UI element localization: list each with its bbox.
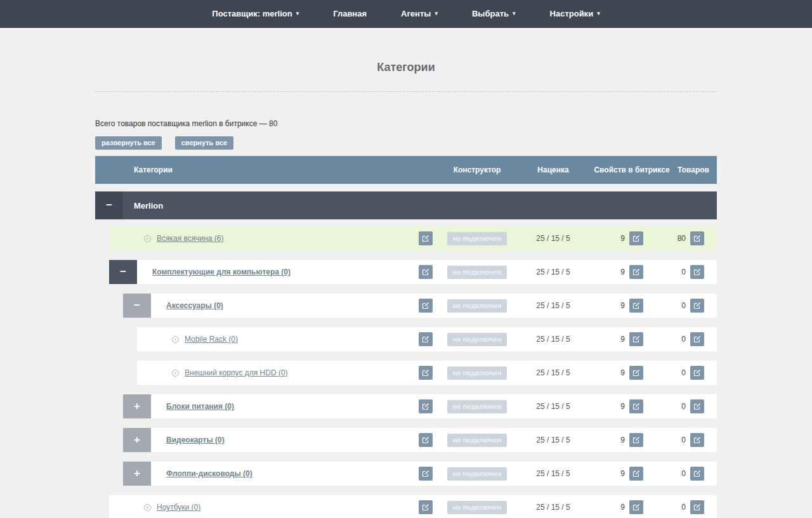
products-count: 0 <box>681 368 686 377</box>
props-cell: 9 <box>599 462 643 486</box>
edit-props-button[interactable] <box>629 500 643 514</box>
products-count: 0 <box>681 335 686 344</box>
edit-props-button[interactable] <box>629 399 643 413</box>
edit-category-button[interactable] <box>419 231 433 245</box>
markup-cell: 25 / 15 / 5 <box>521 260 585 284</box>
edit-products-button[interactable] <box>690 433 704 447</box>
category-link[interactable]: Видеокарты (0) <box>166 436 225 444</box>
constructor-status-badge: не подключен <box>447 299 508 313</box>
category-rows: Всякая всячина (6) не подключен 25 / 15 … <box>95 226 717 518</box>
edit-category-button[interactable] <box>419 265 433 279</box>
edit-props-button[interactable] <box>629 299 643 313</box>
category-link[interactable]: Mobile Rack (0) <box>185 335 238 344</box>
products-cell: 0 <box>653 495 704 518</box>
category-link[interactable]: Аксессуары (0) <box>166 301 223 310</box>
category-edit-cell <box>417 394 434 418</box>
dashed-divider <box>95 91 717 92</box>
edit-category-button[interactable] <box>419 433 433 447</box>
products-count: 0 <box>681 301 686 310</box>
constructor-cell: не подключен <box>439 327 515 351</box>
nav-item-label: Агенты <box>401 9 431 18</box>
edit-category-button[interactable] <box>419 299 433 313</box>
category-link[interactable]: Всякая всячина (6) <box>157 234 224 243</box>
constructor-status-badge: не подключен <box>447 501 508 514</box>
category-edit-cell <box>417 428 434 452</box>
products-cell: 0 <box>653 462 704 486</box>
edit-products-button[interactable] <box>690 332 704 346</box>
edit-props-button[interactable] <box>629 433 643 447</box>
edit-products-button[interactable] <box>690 467 704 481</box>
nav-item-label: Выбрать <box>472 9 509 18</box>
edit-category-button[interactable] <box>419 332 433 346</box>
category-edit-cell <box>417 260 434 284</box>
category-link[interactable]: Ноутбуки (0) <box>157 503 200 512</box>
edit-icon <box>632 403 640 410</box>
chevron-down-icon: ▾ <box>513 11 516 16</box>
expand-all-button[interactable]: развернуть все <box>95 136 162 150</box>
edit-category-button[interactable] <box>419 399 433 413</box>
products-count: 0 <box>681 268 686 276</box>
markup-cell: 25 / 15 / 5 <box>521 294 585 318</box>
edit-icon <box>632 436 640 444</box>
nav-item-home[interactable]: Главная <box>333 9 367 18</box>
category-link[interactable]: Флоппи-дисководы (0) <box>166 469 252 478</box>
edit-products-button[interactable] <box>690 265 704 279</box>
edit-category-button[interactable] <box>419 366 433 380</box>
products-cell: 0 <box>653 294 704 318</box>
edit-props-button[interactable] <box>629 231 643 245</box>
nav-item-agents[interactable]: Агенты ▾ <box>401 9 438 18</box>
products-count: 80 <box>678 234 686 243</box>
props-count: 9 <box>620 268 625 276</box>
products-cell: 0 <box>653 428 704 452</box>
markup-cell: 25 / 15 / 5 <box>521 226 585 250</box>
edit-props-button[interactable] <box>629 366 643 380</box>
nav-item-settings[interactable]: Настройки ▾ <box>550 9 600 18</box>
table-row: − Аксессуары (0) не подключен 25 / 15 / … <box>123 294 717 318</box>
group-collapse-button[interactable]: − <box>95 191 123 219</box>
edit-icon <box>422 503 429 511</box>
edit-props-button[interactable] <box>629 265 643 279</box>
category-cell: Комплектующие для компьютера (0) <box>109 260 291 284</box>
collapse-all-button[interactable]: свернуть все <box>175 136 233 150</box>
edit-category-button[interactable] <box>419 500 433 514</box>
constructor-status-badge: не подключен <box>447 400 508 413</box>
categories-table: Категории Конструктор Наценка Свойств в … <box>95 156 717 518</box>
edit-products-button[interactable] <box>690 500 704 514</box>
markup-value: 25 / 15 / 5 <box>536 301 570 310</box>
edit-props-button[interactable] <box>629 467 643 481</box>
category-link[interactable]: Внешний корпус для HDD (0) <box>185 368 288 377</box>
edit-icon <box>693 503 701 511</box>
category-cell: Видеокарты (0) <box>123 428 225 452</box>
supplier-group-row: − Merlion <box>95 191 717 219</box>
edit-icon <box>422 369 429 377</box>
edit-products-button[interactable] <box>690 231 704 245</box>
edit-props-button[interactable] <box>629 332 643 346</box>
category-link[interactable]: Блоки питания (0) <box>166 402 234 411</box>
edit-products-button[interactable] <box>690 299 704 313</box>
category-cell: Блоки питания (0) <box>123 394 234 418</box>
edit-products-button[interactable] <box>690 366 704 380</box>
edit-category-button[interactable] <box>419 467 433 481</box>
constructor-cell: не подключен <box>439 361 515 385</box>
page-content: Категории Всего товаров поставщика merli… <box>95 61 717 518</box>
nav-item-supplier[interactable]: Поставщик: merlion ▾ <box>212 9 299 18</box>
edit-products-button[interactable] <box>690 399 704 413</box>
table-row: Всякая всячина (6) не подключен 25 / 15 … <box>109 226 717 250</box>
category-link[interactable]: Комплектующие для компьютера (0) <box>152 268 291 276</box>
edit-icon <box>422 302 429 309</box>
constructor-status-badge: не подключен <box>447 434 508 447</box>
edit-icon <box>632 268 640 276</box>
constructor-status-badge: не подключен <box>447 266 508 279</box>
props-cell: 9 <box>599 361 643 385</box>
edit-icon <box>632 335 640 343</box>
props-cell: 9 <box>599 260 643 284</box>
table-row: + Видеокарты (0) не подключен 25 / 15 / … <box>123 428 717 452</box>
header-markup: Наценка <box>521 156 585 184</box>
edit-icon <box>693 369 701 377</box>
constructor-status-badge: не подключен <box>447 467 508 481</box>
category-bullet-icon <box>144 504 151 511</box>
constructor-cell: не подключен <box>439 394 515 418</box>
markup-value: 25 / 15 / 5 <box>536 469 570 478</box>
nav-item-label: Настройки <box>550 9 594 18</box>
nav-item-select[interactable]: Выбрать ▾ <box>472 9 516 18</box>
